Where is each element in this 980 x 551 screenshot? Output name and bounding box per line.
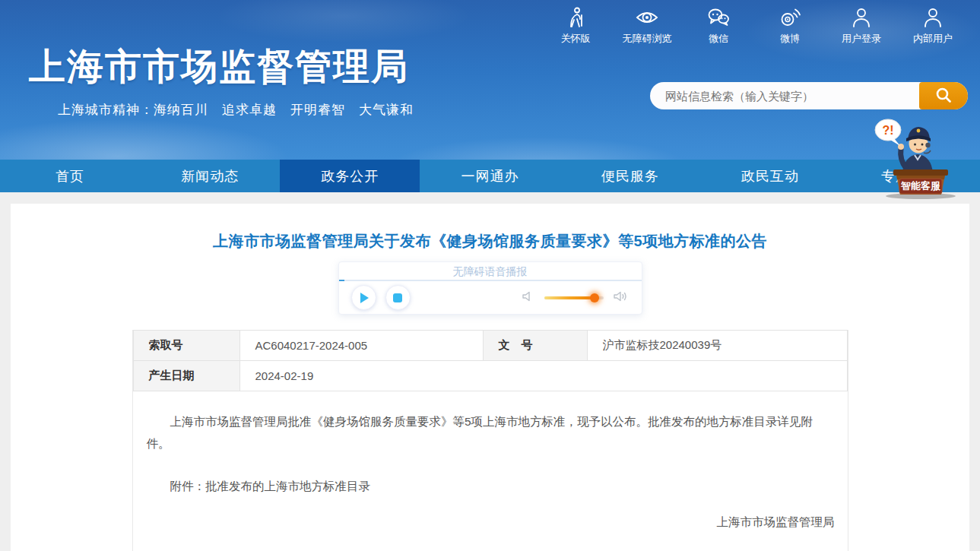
quick-link-label: 用户登录	[842, 32, 881, 46]
nav-item-one-stop[interactable]: 一网通办	[420, 160, 560, 192]
weibo-icon	[779, 6, 801, 32]
play-icon	[360, 293, 369, 303]
mascot-label: 智能客服	[900, 180, 941, 192]
audio-player-title: 无障碍语音播报	[339, 262, 642, 281]
page-main: 上海市市场监督管理局关于发布《健身场馆服务质量要求》等5项地方标准的公告 无障碍…	[0, 192, 980, 551]
nav-item-public-service[interactable]: 便民服务	[560, 160, 700, 192]
quick-link-label: 无障碍浏览	[623, 32, 672, 46]
audio-player: 无障碍语音播报	[338, 261, 642, 315]
document-detail: 索取号 AC6040217-2024-005 文 号 沪市监标技20240039…	[132, 330, 848, 551]
meta-date-label: 产生日期	[133, 361, 239, 391]
site-title: 上海市市场监督管理局	[29, 43, 409, 91]
volume-slider[interactable]	[544, 296, 604, 299]
meta-docnum-label: 文 号	[483, 331, 587, 361]
attachment-line[interactable]: 附件：批准发布的上海市地方标准目录	[133, 476, 848, 498]
volume-controls	[520, 289, 630, 307]
quick-link-label: 内部用户	[913, 32, 953, 46]
table-row: 索取号 AC6040217-2024-005 文 号 沪市监标技20240039…	[133, 331, 847, 361]
audio-play-button[interactable]	[351, 285, 376, 310]
quick-link-user-login[interactable]: 用户登录	[834, 6, 889, 46]
volume-high-icon	[613, 289, 630, 307]
article-title: 上海市市场监督管理局关于发布《健身场馆服务质量要求》等5项地方标准的公告	[11, 204, 969, 252]
meta-docnum-value: 沪市监标技20240039号	[587, 331, 847, 361]
document-meta-table: 索取号 AC6040217-2024-005 文 号 沪市监标技20240039…	[133, 330, 848, 391]
article-card: 上海市市场监督管理局关于发布《健身场馆服务质量要求》等5项地方标准的公告 无障碍…	[11, 204, 969, 551]
signature: 上海市市场监督管理局	[133, 511, 848, 534]
user-icon	[921, 6, 944, 32]
volume-fill	[544, 296, 595, 299]
quick-link-internal-user[interactable]: 内部用户	[905, 6, 960, 46]
smart-service-mascot[interactable]: ?! 智能客服	[872, 112, 962, 199]
quick-links-bar: 关怀版 无障碍浏览 微信 微博 用户登录	[531, 6, 960, 46]
table-row: 产生日期 2024-02-19	[133, 361, 847, 391]
nav-item-gov-affairs[interactable]: 政务公开	[280, 160, 420, 192]
elderly-icon	[564, 6, 587, 32]
document-body: 上海市市场监督管理局批准《健身场馆服务质量要求》等5项上海市地方标准，现予以公布…	[133, 391, 848, 551]
site-header: 关怀版 无障碍浏览 微信 微博 用户登录	[0, 0, 980, 160]
eye-icon	[636, 6, 658, 32]
search-button[interactable]	[919, 82, 968, 109]
article-paragraph: 上海市市场监督管理局批准《健身场馆服务质量要求》等5项上海市地方标准，现予以公布…	[133, 411, 848, 454]
quick-link-label: 微博	[780, 32, 800, 46]
meta-index-value: AC6040217-2024-005	[239, 331, 483, 361]
quick-link-care-version[interactable]: 关怀版	[548, 6, 603, 46]
mascot-speech-bubble: ?!	[875, 119, 901, 146]
stop-icon	[393, 293, 402, 302]
quick-link-weibo[interactable]: 微博	[763, 6, 817, 46]
site-search	[650, 82, 968, 109]
volume-low-icon	[520, 289, 535, 307]
audio-stop-button[interactable]	[385, 285, 411, 310]
quick-link-label: 微信	[709, 32, 728, 46]
nav-item-news[interactable]: 新闻动态	[140, 160, 280, 192]
user-icon	[850, 6, 873, 32]
meta-index-label: 索取号	[133, 331, 239, 361]
quick-link-accessibility[interactable]: 无障碍浏览	[620, 6, 674, 46]
site-slogan: 上海城市精神：海纳百川 追求卓越 开明睿智 大气谦和	[58, 101, 414, 119]
svg-text:?!: ?!	[882, 124, 893, 137]
nav-item-interaction[interactable]: 政民互动	[700, 160, 840, 192]
nav-item-home[interactable]: 首页	[0, 160, 140, 192]
wechat-icon	[707, 6, 730, 32]
meta-date-value: 2024-02-19	[239, 361, 847, 391]
quick-link-wechat[interactable]: 微信	[691, 6, 746, 46]
main-nav: 首页 新闻动态 政务公开 一网通办 便民服务 政民互动 专题专栏	[0, 160, 980, 192]
volume-knob[interactable]	[590, 293, 599, 302]
quick-link-label: 关怀版	[561, 32, 591, 46]
search-icon	[934, 85, 953, 107]
